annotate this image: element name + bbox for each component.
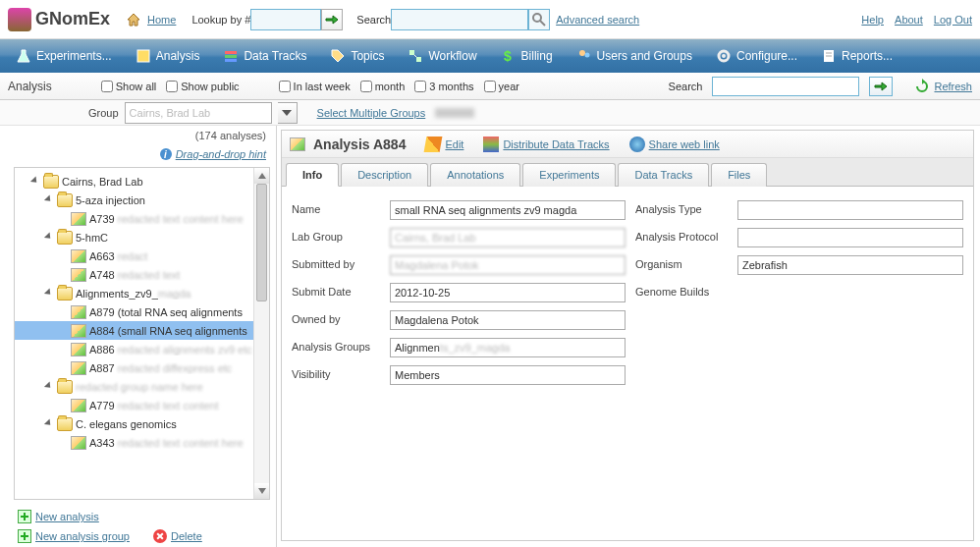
pencil-icon — [424, 137, 443, 152]
tab-datatracks[interactable]: Data Tracks — [618, 163, 709, 187]
tree-folder[interactable]: C. elegans genomics — [15, 414, 269, 433]
users-icon — [576, 48, 592, 64]
svg-point-11 — [584, 53, 589, 58]
analysis-icon — [71, 268, 86, 282]
panel-title: Analysis — [8, 80, 52, 93]
month-checkbox[interactable]: month — [360, 81, 406, 92]
tracks-icon — [483, 137, 499, 152]
detail-title: Analysis A884 — [290, 137, 406, 152]
report-icon — [821, 48, 837, 64]
drag-drop-hint-link[interactable]: i Drag-and-drop hint — [159, 147, 266, 161]
nav-topics[interactable]: Topics — [320, 44, 394, 68]
nav-datatracks[interactable]: Data Tracks — [213, 44, 316, 68]
home-icon — [126, 12, 141, 27]
tree-root[interactable]: Cairns, Brad Lab — [15, 172, 269, 191]
tree-item-selected[interactable]: A884 (small RNA seq alignments — [15, 321, 269, 340]
nav-experiments[interactable]: Experiments... — [6, 44, 122, 68]
analysis-tree[interactable]: Cairns, Brad Lab 5-aza injection A739 re… — [15, 168, 269, 456]
show-public-checkbox[interactable]: Show public — [166, 81, 239, 92]
edit-link[interactable]: Edit — [425, 137, 463, 152]
advanced-search-link[interactable]: Advanced search — [556, 14, 639, 26]
analysis-nav-icon — [136, 48, 151, 64]
three-months-checkbox[interactable]: 3 months — [414, 81, 473, 92]
top-right-links: Help About Log Out — [853, 14, 972, 26]
protocol-label: Analysis Protocol — [635, 228, 734, 247]
name-label: Name — [292, 200, 386, 220]
labgroup-field[interactable]: Cairns, Brad Lab — [390, 228, 626, 247]
browse-search-input[interactable] — [712, 77, 859, 96]
help-link[interactable]: Help — [861, 14, 884, 26]
scroll-down-button[interactable] — [254, 483, 269, 499]
type-field[interactable] — [737, 200, 963, 220]
svg-point-13 — [722, 54, 726, 58]
delete-link[interactable]: Delete — [153, 529, 202, 543]
detail-panel: Analysis A884 Edit Distribute Data Track… — [281, 130, 974, 541]
submitdate-field[interactable]: 2012-10-25 — [390, 283, 626, 302]
name-field[interactable]: small RNA seq alignments zv9 magda — [390, 200, 626, 220]
nav-workflow[interactable]: Workflow — [398, 44, 486, 68]
analysis-icon — [71, 436, 86, 450]
tree-item[interactable]: A887 redacted diffexpress etc — [15, 358, 269, 377]
nav-users[interactable]: Users and Groups — [567, 44, 702, 68]
distribute-tracks-link[interactable]: Distribute Data Tracks — [483, 137, 609, 152]
tree-folder[interactable]: Alignments_zv9_magda — [15, 284, 269, 302]
nav-configure[interactable]: Configure... — [706, 44, 807, 68]
svg-point-0 — [533, 14, 541, 22]
tree-item[interactable]: A748 redacted text — [15, 265, 269, 284]
refresh-link[interactable]: Refresh — [914, 79, 972, 94]
browse-search-go-button[interactable] — [869, 77, 893, 96]
arrow-right-icon — [325, 15, 339, 25]
tree-folder[interactable]: 5-aza injection — [15, 191, 269, 209]
tree-folder[interactable]: 5-hmC — [15, 228, 269, 246]
tree-folder[interactable]: redacted group name here — [15, 377, 269, 396]
dollar-icon: $ — [501, 48, 517, 64]
home-link[interactable]: Home — [147, 14, 176, 26]
folder-icon — [57, 417, 73, 431]
tab-experiments[interactable]: Experiments — [522, 163, 616, 187]
tree-item[interactable]: A663 redact — [15, 246, 269, 265]
show-all-checkbox[interactable]: Show all — [101, 81, 157, 92]
tree-item[interactable]: A886 redacted alignments zv9 etc — [15, 340, 269, 358]
sidebar: (174 analyses) i Drag-and-drop hint Cair… — [0, 126, 277, 547]
tab-description[interactable]: Description — [341, 163, 428, 187]
info-form: Name small RNA seq alignments zv9 magda … — [282, 187, 973, 540]
plus-icon — [18, 510, 31, 523]
group-combo[interactable]: Cairns, Brad Lab — [125, 102, 272, 124]
tab-info[interactable]: Info — [286, 163, 339, 187]
scroll-thumb[interactable] — [256, 184, 267, 301]
detail-header: Analysis A884 Edit Distribute Data Track… — [282, 131, 973, 158]
tab-annotations[interactable]: Annotations — [430, 163, 520, 187]
group-dropdown-button[interactable] — [278, 102, 298, 124]
year-checkbox[interactable]: year — [484, 81, 519, 92]
groups-field[interactable]: Alignments_zv9_magda — [390, 338, 626, 357]
new-analysis-group-link[interactable]: New analysis group — [18, 529, 130, 543]
tree-scrollbar[interactable] — [253, 168, 269, 499]
last-week-checkbox[interactable]: In last week — [279, 81, 351, 92]
nav-reports[interactable]: Reports... — [811, 44, 902, 68]
tree-item[interactable]: A879 (total RNA seq alignments — [15, 302, 269, 321]
nav-analysis[interactable]: Analysis — [126, 44, 210, 68]
lookup-go-button[interactable] — [321, 9, 343, 30]
visibility-field[interactable]: Members — [390, 365, 626, 385]
lookup-input[interactable] — [250, 9, 321, 30]
submitdate-label: Submit Date — [292, 283, 386, 302]
flask-icon — [16, 48, 31, 64]
search-input[interactable] — [391, 9, 528, 30]
about-link[interactable]: About — [895, 14, 923, 26]
scroll-up-button[interactable] — [254, 168, 269, 184]
logo-icon — [8, 8, 31, 31]
new-analysis-link[interactable]: New analysis — [18, 510, 268, 523]
tab-files[interactable]: Files — [711, 163, 767, 187]
nav-billing[interactable]: $Billing — [491, 44, 563, 68]
tree-item[interactable]: A343 redacted text content here — [15, 433, 269, 452]
submittedby-field[interactable]: Magdalena Potok — [390, 255, 626, 275]
ownedby-field[interactable]: Magdalena Potok — [390, 310, 626, 330]
organism-field[interactable]: Zebrafish — [737, 255, 963, 275]
search-go-button[interactable] — [528, 9, 550, 30]
share-link[interactable]: Share web link — [629, 137, 720, 152]
select-multiple-groups-link[interactable]: Select Multiple Groups — [317, 107, 426, 119]
tree-item[interactable]: A779 redacted text content — [15, 396, 269, 414]
protocol-field[interactable] — [737, 228, 963, 247]
tree-item[interactable]: A739 redacted text content here — [15, 209, 269, 228]
logout-link[interactable]: Log Out — [934, 14, 972, 26]
